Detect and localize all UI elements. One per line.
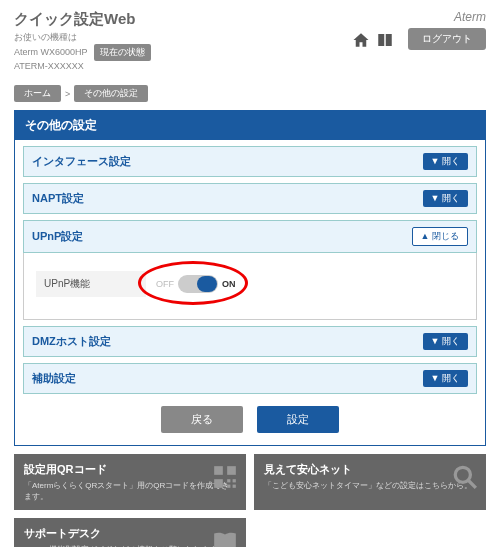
- section-interface[interactable]: インタフェース設定 ▼ 開く: [23, 146, 477, 177]
- status-button[interactable]: 現在の状態: [94, 44, 151, 61]
- svg-rect-6: [233, 485, 236, 488]
- svg-rect-4: [233, 479, 236, 482]
- app-title: クイック設定Web: [14, 10, 486, 29]
- svg-rect-5: [227, 485, 230, 488]
- open-button[interactable]: ▼ 開く: [423, 153, 468, 170]
- crumb-home[interactable]: ホーム: [14, 85, 61, 102]
- close-button[interactable]: ▲ 閉じる: [412, 227, 468, 246]
- svg-rect-2: [214, 479, 223, 488]
- svg-line-8: [468, 480, 476, 488]
- section-aux[interactable]: 補助設定 ▼ 開く: [23, 363, 477, 394]
- section-napt[interactable]: NAPT設定 ▼ 開く: [23, 183, 477, 214]
- back-button[interactable]: 戻る: [161, 406, 243, 433]
- breadcrumb: ホーム > その他の設定: [14, 85, 486, 102]
- panel-title: その他の設定: [15, 111, 485, 140]
- upnp-body: UPnP機能 OFF ON: [23, 253, 477, 320]
- header: クイック設定Web お使いの機種は Aterm WX6000HP 現在の状態 A…: [14, 10, 486, 79]
- crumb-current: その他の設定: [74, 85, 148, 102]
- card-qr[interactable]: 設定用QRコード 「AtermらくらくQRスタート」用のQRコードを作成できます…: [14, 454, 246, 510]
- magnify-icon: [452, 464, 478, 490]
- book-icon[interactable]: [376, 31, 394, 47]
- brand-label: Aterm: [454, 10, 486, 24]
- toggle-on-label: ON: [222, 279, 236, 289]
- open-book-icon: [212, 528, 238, 547]
- apply-button[interactable]: 設定: [257, 406, 339, 433]
- upnp-toggle[interactable]: [178, 275, 218, 293]
- svg-rect-3: [227, 479, 230, 482]
- svg-rect-1: [227, 466, 236, 475]
- upnp-field-label: UPnP機能: [36, 271, 146, 297]
- svg-point-7: [455, 467, 470, 482]
- open-button[interactable]: ▼ 開く: [423, 333, 468, 350]
- logout-button-top[interactable]: ログアウト: [408, 28, 486, 50]
- toggle-off-label: OFF: [156, 279, 174, 289]
- qr-icon: [212, 464, 238, 490]
- open-button[interactable]: ▼ 開く: [423, 190, 468, 207]
- settings-panel: その他の設定 インタフェース設定 ▼ 開く NAPT設定 ▼ 開く UPnP設定…: [14, 110, 486, 446]
- card-support[interactable]: サポートデスク Q&A、機能別設定ガイドなどの情報をご覧になれます。: [14, 518, 246, 547]
- crumb-sep: >: [65, 89, 70, 99]
- home-icon[interactable]: [352, 31, 370, 47]
- section-dmz[interactable]: DMZホスト設定 ▼ 開く: [23, 326, 477, 357]
- open-button[interactable]: ▼ 開く: [423, 370, 468, 387]
- section-upnp[interactable]: UPnP設定 ▲ 閉じる: [23, 220, 477, 253]
- svg-rect-0: [214, 466, 223, 475]
- card-safety[interactable]: 見えて安心ネット 「こども安心ネットタイマー」などの設定はこちらから。: [254, 454, 486, 510]
